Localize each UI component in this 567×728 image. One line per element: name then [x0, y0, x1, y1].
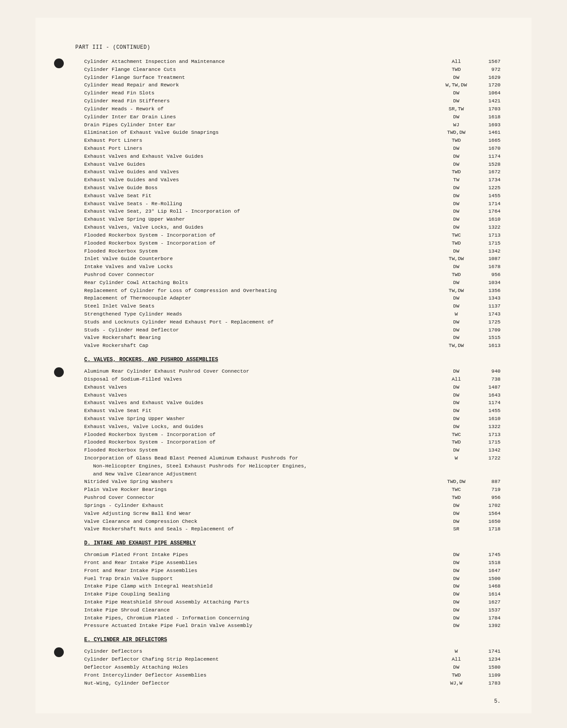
entry-row: Exhaust Valve Seat, 23° Lip Roll - Incor…	[84, 207, 501, 215]
entry-row: Cylinder Deflectors W 1741	[84, 647, 501, 655]
entry-row: Exhaust Valve Seat Fit DW 1455	[84, 192, 501, 200]
entry-row: Strengthened Type Cylinder Heads W 1743	[84, 310, 501, 318]
entry-row: Flooded Rockerbox System - Incorporation…	[84, 438, 501, 446]
entry-row: Valve Rockershaft Bearing DW 1515	[84, 334, 501, 342]
entry-row: Exhaust Valves DW 1643	[84, 391, 501, 399]
section-e-header: E. CYLINDER AIR DEFLECTORS	[84, 637, 501, 643]
section-c-header: C. VALVES, ROCKERS, AND PUSHROD ASSEMBLI…	[84, 357, 501, 363]
entry-row: Exhaust Valves and Exhaust Valve Guides …	[84, 399, 501, 407]
entry-row: Plain Valve Rocker Bearings TWC 719	[84, 486, 501, 494]
section-e: Cylinder Deflectors W 1741 Cylinder Defl…	[84, 647, 501, 687]
entry-row: Studs and Locknuts Cylinder Head Exhaust…	[84, 318, 501, 326]
entry-row: Intake Pipe Coupling Sealing DW 1614	[84, 590, 501, 598]
entry-row: Exhaust Valve Guides and Valves TWD 1672	[84, 168, 501, 176]
entry-row: Rear Cylinder Cowl Attaching Bolts DW 10…	[84, 279, 501, 287]
entry-row: Exhaust Valve Spring Upper Washer DW 161…	[84, 415, 501, 423]
entry-row: Cylinder Head Fin Slots DW 1064	[84, 89, 501, 97]
entry-row: Studs - Cylinder Head Deflector DW 1709	[84, 326, 501, 334]
entry-row: Replacement of Cylinder for Loss of Comp…	[84, 287, 501, 295]
section-d: Chromium Plated Front Intake Pipes DW 17…	[84, 551, 501, 630]
entry-row: Exhaust Valves, Valve Locks, and Guides …	[84, 223, 501, 231]
entry-row: Valve Adjusting Screw Ball End Wear DW 1…	[84, 510, 501, 518]
entry-row: Intake Pipe Shroud Clearance DW 1537	[84, 606, 501, 614]
entry-row: Steel Inlet Valve Seats DW 1137	[84, 302, 501, 310]
entry-row: Exhaust Port Liners TWD 1665	[84, 136, 501, 144]
entry-row: Flooded Rockerbox System - Incorporation…	[84, 239, 501, 247]
entry-row: Nut-Wing, Cylinder Deflector WJ,W 1783	[84, 679, 501, 687]
entry-multiline: Incorporation of Glass Bead Blast Peened…	[84, 454, 501, 478]
entry-row: Cylinder Inter Ear Drain Lines DW 1618	[84, 113, 501, 121]
entry-row: Deflector Assembly Attaching Holes DW 15…	[84, 663, 501, 671]
entry-row: Flooded Rockerbox System - Incorporation…	[84, 431, 501, 439]
entry-row: Cylinder Attachment Inspection and Maint…	[84, 58, 501, 66]
entry-row: Cylinder Flange Clearance Cuts TWD 972	[84, 66, 501, 74]
entry-row: Flooded Rockerbox System DW 1342	[84, 247, 501, 255]
entry-row: Aluminum Rear Cylinder Exhaust Pushrod C…	[84, 367, 501, 375]
entry-row: Intake Pipe Heatshield Shroud Assembly A…	[84, 598, 501, 606]
entry-row: Exhaust Valves, Valve Locks, and Guides …	[84, 423, 501, 431]
entry-row: Drain Pipes Cylinder Inter Ear WJ 1693	[84, 121, 501, 129]
entry-row: Exhaust Valve Guides and Valves TW 1734	[84, 176, 501, 184]
entry-row: Exhaust Valve Spring Upper Washer DW 161…	[84, 215, 501, 223]
entry-row: Valve Rockershaft Nuts and Seals - Repla…	[84, 525, 501, 533]
section-d-header: D. INTAKE AND EXHAUST PIPE ASSEMBLY	[84, 540, 501, 546]
entry-row: Cylinder Flange Surface Treatment DW 162…	[84, 74, 501, 82]
entry-row: Exhaust Valve Guide Boss DW 1225	[84, 184, 501, 192]
entry-row: Inlet Valve Guide Counterbore TW,DW 1087	[84, 255, 501, 263]
entry-row: Cylinder Head Fin Stiffeners DW 1421	[84, 97, 501, 105]
entry-row: Cylinder Deflector Chafing Strip Replace…	[84, 655, 501, 663]
page-header: PART III - (Continued)	[75, 44, 501, 51]
entry-row: Fuel Trap Drain Valve Support DW 1500	[84, 575, 501, 583]
entry-row: Intake Pipes, Chromium Plated - Informat…	[84, 614, 501, 622]
entry-row: Cylinder Heads - Rework of SR,TW 1703	[84, 105, 501, 113]
entry-row: Disposal of Sodium-Filled Valves All 738	[84, 375, 501, 383]
entry-row: Exhaust Valve Seat Fit DW 1455	[84, 407, 501, 415]
entry-row: Flooded Rockerbox System - Incorporation…	[84, 231, 501, 239]
section-c: Aluminum Rear Cylinder Exhaust Pushrod C…	[84, 367, 501, 533]
page-number: 5.	[494, 698, 501, 705]
entry-row: Chromium Plated Front Intake Pipes DW 17…	[84, 551, 501, 559]
entry-row: Nitrided Valve Spring Washers TWD,DW 887	[84, 478, 501, 486]
entry-row: Intake Pipe Clamp with Integral Heatshie…	[84, 582, 501, 590]
entry-row: Flooded Rockerbox System DW 1342	[84, 446, 501, 454]
entry-row: Exhaust Valve Seats - Re-Rolling DW 1714	[84, 200, 501, 208]
entry-row: Exhaust Valves DW 1487	[84, 383, 501, 391]
entry-row: Exhaust Valves and Exhaust Valve Guides …	[84, 152, 501, 160]
entry-row: Exhaust Port Liners DW 1670	[84, 144, 501, 152]
entry-row: Valve Clearance and Compression Check DW…	[84, 518, 501, 526]
entry-row: Front and Rear Intake Pipe Assemblies DW…	[84, 559, 501, 567]
entry-row: Intake Valves and Valve Locks DW 1678	[84, 263, 501, 271]
entry-row: Pushrod Cover Connector TWD 956	[84, 494, 501, 502]
entry-row: Valve Rockershaft Cap TW,DW 1613	[84, 342, 501, 350]
entry-row: Springs - Cylinder Exhaust DW 1702	[84, 502, 501, 510]
entry-row: Cylinder Head Repair and Rework W,TW,DW …	[84, 81, 501, 89]
entry-row: Replacement of Thermocouple Adapter DW 1…	[84, 294, 501, 302]
entry-row: Exhaust Valve Guides DW 1528	[84, 160, 501, 168]
entry-row: Pushrod Cover Connector TWD 956	[84, 271, 501, 279]
section-continued: Cylinder Attachment Inspection and Maint…	[84, 58, 501, 350]
entry-row: Pressure Actuated Intake Pipe Fuel Drain…	[84, 622, 501, 630]
entry-row: Elimination of Exhaust Valve Guide Snapr…	[84, 128, 501, 136]
entry-row: Front and Rear Intake Pipe Assemblies DW…	[84, 567, 501, 575]
entry-row: Front Intercylinder Deflector Assemblies…	[84, 671, 501, 679]
page-content: PART III - (Continued) Cylinder Attachme…	[35, 18, 532, 713]
